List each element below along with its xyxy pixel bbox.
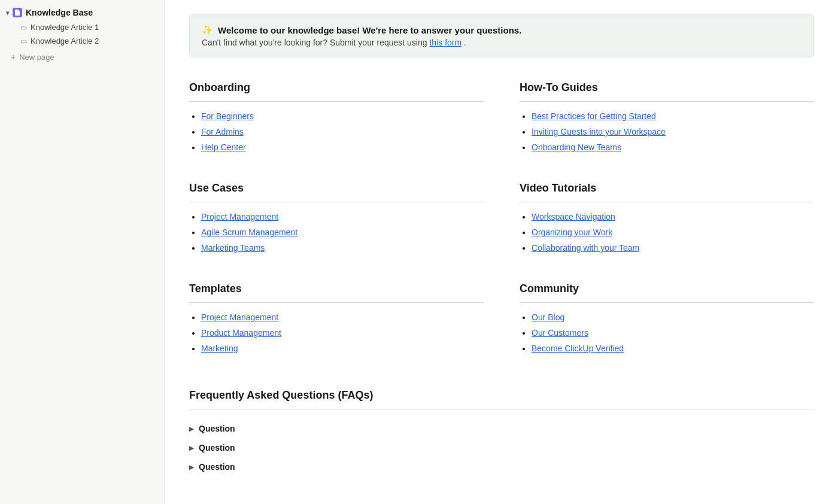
list-item: For Admins — [201, 127, 484, 136]
sidebar-article2-label: Knowledge Article 2 — [31, 37, 99, 45]
faq-question-2: Question — [199, 443, 235, 453]
link-help-center[interactable]: Help Center — [201, 142, 246, 152]
list-item: For Beginners — [201, 111, 484, 121]
faq-arrow-icon: ▶ — [189, 445, 194, 451]
link-agile-scrum[interactable]: Agile Scrum Management — [201, 227, 297, 237]
section-use-cases: Use Cases Project Management Agile Scrum… — [189, 182, 484, 259]
faq-item-1[interactable]: ▶ Question — [189, 419, 814, 438]
faq-arrow-icon: ▶ — [189, 464, 194, 470]
list-item: Inviting Guests into your Workspace — [532, 127, 814, 136]
section-title-use-cases: Use Cases — [189, 182, 484, 195]
welcome-title: ✨ Welcome to our knowledge base! We're h… — [202, 25, 801, 35]
section-community: Community Our Blog Our Customers Become … — [520, 283, 814, 359]
doc-icon: ▭ — [20, 23, 27, 32]
sidebar-item-article2[interactable]: ▭ Knowledge Article 2 — [0, 34, 165, 48]
section-title-video: Video Tutorials — [520, 182, 814, 195]
faq-title: Frequently Asked Questions (FAQs) — [189, 389, 814, 402]
section-divider — [520, 302, 814, 303]
faq-divider — [189, 409, 814, 409]
content-grid: Onboarding For Beginners For Admins Help… — [189, 81, 814, 500]
main-content: ✨ Welcome to our knowledge base! We're h… — [165, 0, 838, 504]
how-to-list: Best Practices for Getting Started Invit… — [520, 111, 814, 152]
link-inviting-guests[interactable]: Inviting Guests into your Workspace — [532, 127, 666, 136]
link-for-admins[interactable]: For Admins — [201, 127, 244, 136]
list-item: Marketing — [201, 344, 484, 353]
sidebar-root-item[interactable]: ▾ Knowledge Base — [0, 5, 165, 20]
faq-question-1: Question — [199, 424, 235, 433]
section-divider — [189, 101, 484, 102]
new-page-button[interactable]: + New page — [0, 49, 165, 65]
link-workspace-navigation[interactable]: Workspace Navigation — [532, 212, 615, 221]
this-form-link[interactable]: this form — [429, 38, 461, 47]
list-item: Product Management — [201, 328, 484, 338]
list-item: Organizing your Work — [532, 227, 814, 237]
list-item: Collaborating with your Team — [532, 243, 814, 253]
link-organizing-work[interactable]: Organizing your Work — [532, 227, 612, 237]
section-title-how-to: How-To Guides — [520, 81, 814, 94]
section-divider — [520, 101, 814, 102]
faq-item-2[interactable]: ▶ Question — [189, 438, 814, 457]
sidebar: ▾ Knowledge Base ▭ Knowledge Article 1 ▭… — [0, 0, 165, 504]
list-item: Agile Scrum Management — [201, 227, 484, 237]
community-list: Our Blog Our Customers Become ClickUp Ve… — [520, 312, 814, 353]
list-item: Project Management — [201, 212, 484, 221]
faq-section: Frequently Asked Questions (FAQs) ▶ Ques… — [189, 389, 814, 476]
faq-arrow-icon: ▶ — [189, 426, 194, 432]
link-template-project[interactable]: Project Management — [201, 312, 278, 322]
section-how-to-guides: How-To Guides Best Practices for Getting… — [520, 81, 814, 158]
section-divider — [520, 202, 814, 202]
link-collaborating-team[interactable]: Collaborating with your Team — [532, 243, 639, 253]
link-clickup-verified[interactable]: Become ClickUp Verified — [532, 344, 624, 353]
doc-icon: ▭ — [20, 37, 27, 45]
list-item: Our Blog — [532, 312, 814, 322]
sidebar-article1-label: Knowledge Article 1 — [31, 23, 99, 32]
video-list: Workspace Navigation Organizing your Wor… — [520, 212, 814, 253]
use-cases-list: Project Management Agile Scrum Managemen… — [189, 212, 484, 253]
chevron-down-icon: ▾ — [6, 10, 9, 16]
list-item: Best Practices for Getting Started — [532, 111, 814, 121]
link-our-customers[interactable]: Our Customers — [532, 328, 588, 338]
section-templates: Templates Project Management Product Man… — [189, 283, 484, 359]
list-item: Project Management — [201, 312, 484, 322]
section-title-community: Community — [520, 283, 814, 295]
link-onboarding-new-teams[interactable]: Onboarding New Teams — [532, 142, 621, 152]
new-page-label: New page — [19, 53, 54, 62]
list-item: Marketing Teams — [201, 243, 484, 253]
section-title-onboarding: Onboarding — [189, 81, 484, 94]
knowledge-base-icon — [13, 8, 22, 17]
onboarding-list: For Beginners For Admins Help Center — [189, 111, 484, 152]
list-item: Workspace Navigation — [532, 212, 814, 221]
list-item: Our Customers — [532, 328, 814, 338]
link-best-practices[interactable]: Best Practices for Getting Started — [532, 111, 656, 121]
link-our-blog[interactable]: Our Blog — [532, 312, 564, 322]
sparkle-icon: ✨ — [202, 25, 213, 35]
sidebar-root-label: Knowledge Base — [26, 8, 93, 17]
welcome-subtitle: Can't find what you're looking for? Subm… — [202, 38, 801, 47]
link-marketing-teams[interactable]: Marketing Teams — [201, 243, 265, 253]
welcome-banner: ✨ Welcome to our knowledge base! We're h… — [189, 14, 814, 57]
section-divider — [189, 202, 484, 202]
section-video-tutorials: Video Tutorials Workspace Navigation Org… — [520, 182, 814, 259]
list-item: Become ClickUp Verified — [532, 344, 814, 353]
link-template-marketing[interactable]: Marketing — [201, 344, 238, 353]
link-for-beginners[interactable]: For Beginners — [201, 111, 254, 121]
list-item: Onboarding New Teams — [532, 142, 814, 152]
section-title-templates: Templates — [189, 283, 484, 295]
faq-question-3: Question — [199, 462, 235, 472]
plus-icon: + — [11, 52, 16, 62]
templates-list: Project Management Product Management Ma… — [189, 312, 484, 353]
link-project-management[interactable]: Project Management — [201, 212, 278, 221]
section-onboarding: Onboarding For Beginners For Admins Help… — [189, 81, 484, 158]
section-divider — [189, 302, 484, 303]
link-template-product[interactable]: Product Management — [201, 328, 281, 338]
sidebar-item-article1[interactable]: ▭ Knowledge Article 1 — [0, 20, 165, 34]
list-item: Help Center — [201, 142, 484, 152]
faq-item-3[interactable]: ▶ Question — [189, 457, 814, 476]
